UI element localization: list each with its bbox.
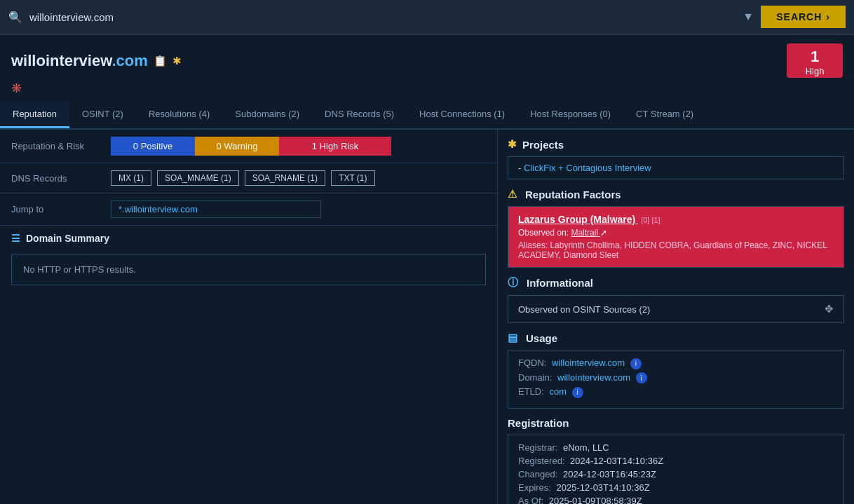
projects-box: - ClickFix + Contagious Interview (508, 156, 844, 179)
no-results-box: No HTTP or HTTPS results. (11, 254, 486, 285)
registered-row: Registered: 2024-12-03T14:10:36Z (518, 456, 834, 466)
projects-title: ✱ Projects (508, 138, 844, 151)
tab-subdomains[interactable]: Subdomains (2) (222, 102, 312, 128)
tab-bar: Reputation OSINT (2) Resolutions (4) Sub… (0, 102, 854, 130)
tab-host-responses[interactable]: Host Responses (0) (517, 102, 623, 128)
domain-summary-title: Domain Summary (26, 233, 109, 244)
reputation-buttons: 0 Positive 0 Warning 1 High Risk (111, 137, 486, 156)
tab-host-connections[interactable]: Host Connections (1) (407, 102, 517, 128)
domain-label: Domain: (518, 372, 552, 383)
domain-header: willointerview.com 📋 ✱ 1 High (0, 35, 854, 81)
etld-label: ETLD: (518, 386, 544, 397)
info-circle-icon: ⓘ (508, 276, 518, 290)
expires-value: 2025-12-03T14:10:36Z (557, 482, 650, 493)
as-of-label: As Of: (518, 496, 543, 505)
malware-card: Lazarus Group (Malware) [0] [1] Observed… (508, 207, 843, 267)
star-icon[interactable]: ✱ (172, 55, 182, 67)
changed-row: Changed: 2024-12-03T16:45:23Z (518, 469, 834, 479)
bar-chart-icon: ▤ (508, 332, 517, 344)
positive-button[interactable]: 0 Positive (111, 137, 195, 156)
usage-etld-row: ETLD: com i (518, 386, 834, 398)
copy-icon[interactable]: 📋 (154, 55, 167, 67)
dns-records-label: DNS Records (11, 173, 102, 184)
etld-link[interactable]: com (549, 386, 569, 397)
maltrail-link[interactable]: Maltrail (571, 228, 600, 238)
domain-summary-icon: ☰ (11, 233, 20, 244)
dns-tag-mx[interactable]: MX (1) (111, 170, 151, 186)
project-link[interactable]: ClickFix + Contagious Interview (524, 163, 651, 173)
jump-to-input[interactable]: *.willointerview.com (111, 200, 321, 218)
malware-title[interactable]: Lazarus Group (Malware) (518, 214, 638, 225)
registration-box: Registrar: eNom, LLC Registered: 2024-12… (508, 435, 844, 505)
usage-title: ▤ Usage (508, 332, 844, 344)
usage-domain-row: Domain: willointerview.com i (518, 372, 834, 384)
informational-box: Observed on OSINT Sources (2) ✥ (508, 295, 844, 323)
tab-resolutions[interactable]: Resolutions (4) (136, 102, 222, 128)
dns-tags: MX (1) SOA_MNAME (1) SOA_RNAME (1) TXT (… (111, 170, 375, 186)
fqdn-info-icon[interactable]: i (630, 358, 642, 369)
registration-title: Registration (508, 417, 844, 429)
warning-button[interactable]: 0 Warning (195, 137, 279, 156)
projects-star-icon: ✱ (508, 138, 517, 151)
informational-text: Observed on OSINT Sources (2) (518, 304, 650, 315)
dns-tag-soa-mname[interactable]: SOA_MNAME (1) (157, 170, 239, 186)
as-of-row: As Of: 2025-01-09T08:58:39Z (518, 496, 834, 505)
domain-link[interactable]: willointerview.com (557, 372, 633, 383)
changed-value: 2024-12-03T16:45:23Z (563, 469, 656, 479)
jump-to-row: Jump to *.willointerview.com (0, 193, 497, 226)
risk-badge: 1 High (787, 43, 843, 78)
search-icon: 🔍 (8, 11, 22, 24)
domain-info-icon[interactable]: i (636, 372, 647, 383)
fqdn-link[interactable]: willointerview.com (552, 357, 628, 368)
expires-label: Expires: (518, 482, 551, 493)
usage-fqdn-row: FQDN: willointerview.com i (518, 357, 834, 369)
registrar-label: Registrar: (518, 442, 557, 453)
search-bar: 🔍 ▼ SEARCH › (0, 0, 854, 35)
reputation-risk-row: Reputation & Risk 0 Positive 0 Warning 1… (0, 130, 497, 163)
informational-title: ⓘ Informational (508, 276, 844, 290)
domain-subtitle-icon: ❋ (11, 81, 22, 95)
reputation-risk-label: Reputation & Risk (11, 141, 102, 151)
main-content: Reputation & Risk 0 Positive 0 Warning 1… (0, 130, 854, 504)
tab-ct-stream[interactable]: CT Stream (2) (623, 102, 706, 128)
registrar-row: Registrar: eNom, LLC (518, 442, 834, 453)
as-of-value: 2025-01-09T08:58:39Z (549, 496, 642, 505)
changed-label: Changed: (518, 469, 557, 479)
malware-refs[interactable]: [0] [1] (641, 216, 660, 224)
search-button[interactable]: SEARCH › (761, 6, 846, 28)
malware-aliases: Aliases: Labyrinth Chollima, HIDDEN COBR… (518, 240, 834, 260)
tab-reputation[interactable]: Reputation (0, 102, 69, 128)
expand-icon[interactable]: ✥ (825, 303, 834, 315)
dns-records-row: DNS Records MX (1) SOA_MNAME (1) SOA_RNA… (0, 163, 497, 193)
registered-value: 2024-12-03T14:10:36Z (570, 456, 663, 466)
fqdn-label: FQDN: (518, 357, 546, 368)
left-panel: Reputation & Risk 0 Positive 0 Warning 1… (0, 130, 498, 504)
registrar-value: eNom, LLC (563, 442, 609, 453)
reputation-factors-title: ⚠ Reputation Factors (508, 188, 844, 200)
search-input[interactable] (29, 11, 736, 23)
tab-osint[interactable]: OSINT (2) (69, 102, 136, 128)
etld-info-icon[interactable]: i (572, 387, 583, 398)
dns-tag-soa-rname[interactable]: SOA_RNAME (1) (245, 170, 325, 186)
malware-observed: Observed on: Maltrail ➚ (518, 228, 834, 238)
usage-box: FQDN: willointerview.com i Domain: willo… (508, 350, 844, 409)
warning-triangle-icon: ⚠ (508, 188, 517, 200)
dns-tag-txt[interactable]: TXT (1) (331, 170, 374, 186)
registered-label: Registered: (518, 456, 564, 466)
tab-dns-records[interactable]: DNS Records (5) (312, 102, 407, 128)
high-risk-button[interactable]: 1 High Risk (279, 137, 391, 156)
filter-icon[interactable]: ▼ (743, 11, 754, 23)
right-panel: ✱ Projects - ClickFix + Contagious Inter… (498, 130, 854, 504)
expires-row: Expires: 2025-12-03T14:10:36Z (518, 482, 834, 493)
domain-name: willointerview.com (11, 52, 148, 70)
reputation-factors-box: Lazarus Group (Malware) [0] [1] Observed… (508, 206, 844, 268)
domain-title-area: willointerview.com 📋 ✱ (11, 52, 182, 70)
domain-summary-header: ☰ Domain Summary (0, 226, 497, 248)
jump-to-label: Jump to (11, 204, 102, 214)
